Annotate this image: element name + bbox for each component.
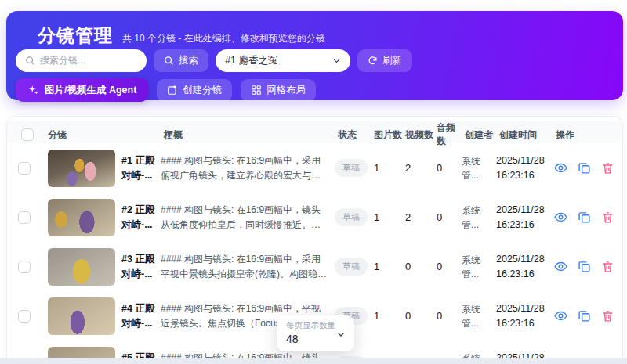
image-count: 1: [371, 261, 402, 272]
refresh-icon: [368, 56, 378, 66]
header-card: 分镜管理 共 10 个分镜 - 在此处编排、修改和预览您的分镜 搜索 #1 麝香…: [6, 11, 623, 100]
audio-count: 0: [433, 310, 462, 322]
table-row: #1 正殿对峙-... #### 构图与镜头: 在16:9画幅中，采用俯视广角镜…: [7, 143, 622, 193]
column-header-created-time: 创建时间: [496, 128, 553, 142]
storyboard-title: #3 正殿对峙-...: [121, 252, 161, 282]
refresh-button[interactable]: 刷新: [357, 49, 412, 72]
created-date: 2025/11/28: [496, 203, 553, 218]
bottom-edge-strip: [0, 358, 627, 364]
column-header-audio-count: 音频数: [433, 121, 462, 148]
video-count: 0: [402, 261, 433, 272]
creator-name: 系统管...: [462, 253, 490, 281]
view-icon[interactable]: [554, 260, 567, 273]
created-time: 16:23:16: [496, 316, 553, 331]
row-checkbox[interactable]: [18, 211, 31, 224]
thumbnail-image[interactable]: [48, 150, 115, 187]
storyboard-title: #4 正殿对峙-...: [121, 301, 161, 331]
synopsis-text: #### 构图与镜头: 在16:9画幅中，采用平视中景镜头拍摄皇帝(乾隆)。构图…: [161, 252, 335, 281]
table-row: #3 正殿对峙-... #### 构图与镜头: 在16:9画幅中，采用平视中景镜…: [7, 242, 622, 291]
column-header-image-count: 图片数: [371, 128, 402, 142]
column-header-storyboard: 分镜: [43, 128, 161, 142]
grid-layout-button[interactable]: 网格布局: [241, 79, 316, 102]
image-video-agent-button[interactable]: 图片/视频生成 Agent: [16, 78, 148, 102]
video-count: 2: [402, 162, 433, 174]
search-input[interactable]: [40, 55, 137, 66]
image-count: 1: [371, 211, 402, 223]
chevron-down-icon: [336, 330, 346, 339]
search-button[interactable]: 搜索: [154, 49, 208, 72]
select-all-checkbox[interactable]: [21, 128, 34, 141]
create-storyboard-button[interactable]: 创建分镜: [157, 79, 232, 102]
search-icon: [164, 56, 174, 66]
view-icon[interactable]: [554, 309, 567, 323]
synopsis-text: #### 构图与镜头: 在16:9画幅中，采用俯视广角镜头，建立养心殿的宏大与空…: [161, 153, 335, 182]
grid-layout-icon: [251, 85, 262, 96]
video-count: 2: [402, 211, 433, 223]
created-time: 16:23:16: [496, 218, 553, 232]
row-checkbox[interactable]: [18, 162, 31, 175]
created-time: 16:23:16: [496, 168, 553, 183]
image-count: 1: [371, 162, 402, 174]
created-date: 2025/11/28: [496, 153, 553, 168]
creator-name: 系统管...: [462, 154, 490, 182]
column-header-synopsis: 梗概: [161, 128, 335, 142]
image-count: 1: [371, 310, 402, 322]
status-badge: 草稿: [335, 159, 368, 177]
table-header-row: 分镜 梗概 状态 图片数 视频数 音频数 创建者 创建时间 操作: [7, 121, 622, 143]
table-row: #2 正殿对峙-... #### 构图与镜头: 在16:9画幅中，镜头从低角度仰…: [7, 193, 622, 242]
created-date: 2025/11/28: [496, 252, 553, 267]
column-header-creator: 创建者: [462, 128, 496, 142]
column-header-status: 状态: [335, 128, 371, 142]
row-checkbox[interactable]: [18, 310, 31, 323]
delete-icon[interactable]: [601, 211, 614, 224]
page-size-select[interactable]: 每页显示数量 48: [277, 315, 354, 351]
storyboard-title: #2 正殿对峙-...: [121, 203, 161, 232]
episode-select-value: #1 麝香之冤: [225, 54, 277, 67]
delete-icon[interactable]: [601, 161, 614, 175]
storyboard-title: #1 正殿对峙-...: [121, 153, 161, 183]
creator-name: 系统管...: [462, 302, 490, 330]
created-time: 16:23:16: [496, 267, 553, 282]
copy-icon[interactable]: [578, 260, 591, 273]
column-header-actions: 操作: [553, 128, 622, 142]
copy-icon[interactable]: [578, 161, 591, 175]
copy-icon[interactable]: [578, 309, 591, 323]
status-badge: 草稿: [335, 208, 368, 226]
status-badge: 草稿: [335, 258, 368, 276]
chevron-down-icon: [332, 56, 341, 65]
sparkles-icon: [27, 85, 39, 96]
thumbnail-image[interactable]: [48, 248, 115, 286]
thumbnail-image[interactable]: [48, 199, 115, 236]
audio-count: 0: [433, 162, 462, 174]
video-count: 0: [402, 310, 433, 322]
search-icon: [25, 56, 35, 66]
row-checkbox[interactable]: [18, 261, 31, 273]
episode-select[interactable]: #1 麝香之冤: [216, 49, 350, 72]
copy-icon[interactable]: [578, 211, 591, 224]
view-icon[interactable]: [554, 161, 567, 175]
audio-count: 0: [433, 261, 462, 272]
delete-icon[interactable]: [601, 260, 614, 273]
synopsis-text: #### 构图与镜头: 在16:9画幅中，镜头从低角度仰拍皇后，同时缓慢推近。这…: [161, 203, 335, 232]
created-date: 2025/11/28: [496, 301, 553, 316]
creator-name: 系统管...: [462, 204, 490, 232]
page-subtitle: 共 10 个分镜 - 在此处编排、修改和预览您的分镜: [122, 32, 325, 45]
search-input-wrapper: [16, 49, 147, 72]
column-header-video-count: 视频数: [402, 128, 433, 142]
thumbnail-image[interactable]: [48, 297, 115, 335]
delete-icon[interactable]: [601, 309, 614, 323]
view-icon[interactable]: [554, 211, 567, 224]
audio-count: 0: [433, 211, 462, 223]
page-title: 分镜管理: [38, 23, 113, 48]
create-storyboard-icon: [167, 85, 178, 96]
